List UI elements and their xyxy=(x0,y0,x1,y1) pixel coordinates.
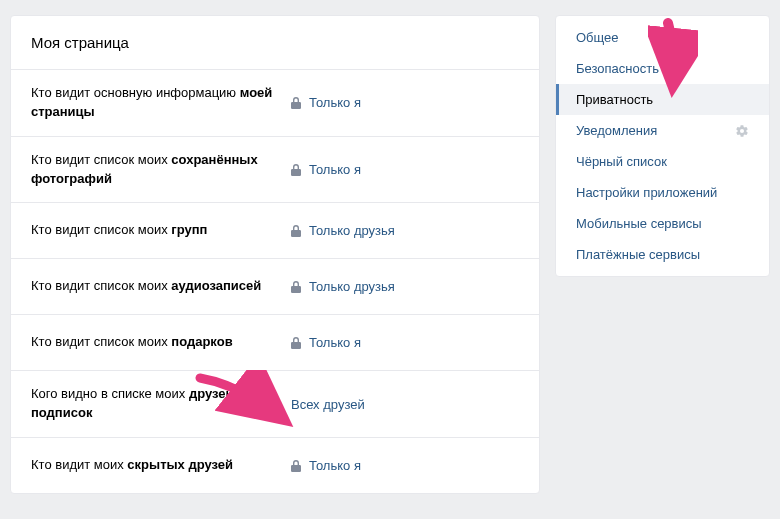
sidebar-item[interactable]: Настройки приложений xyxy=(556,177,769,208)
sidebar-item[interactable]: Безопасность xyxy=(556,53,769,84)
sidebar-item-label: Чёрный список xyxy=(576,154,667,169)
sidebar-item-label: Безопасность xyxy=(576,61,659,76)
lock-icon xyxy=(291,164,301,176)
setting-value-dropdown[interactable]: Только я xyxy=(291,458,361,473)
setting-row: Кто видит основную информацию моей стран… xyxy=(11,69,539,136)
setting-label: Кто видит основную информацию моей стран… xyxy=(31,84,291,122)
settings-list: Кто видит основную информацию моей стран… xyxy=(11,69,539,493)
setting-row: Кто видит список моих аудиозаписейТолько… xyxy=(11,258,539,314)
setting-row: Кто видит список моих группТолько друзья xyxy=(11,202,539,258)
setting-value-dropdown[interactable]: Только я xyxy=(291,95,361,110)
setting-value-dropdown[interactable]: Только я xyxy=(291,335,361,350)
setting-row: Кого видно в списке моих друзей и подпис… xyxy=(11,370,539,437)
gear-icon xyxy=(735,124,749,138)
setting-label: Кто видит список моих аудиозаписей xyxy=(31,277,291,296)
sidebar-item[interactable]: Мобильные сервисы xyxy=(556,208,769,239)
setting-label: Кто видит моих скрытых друзей xyxy=(31,456,291,475)
setting-value-dropdown[interactable]: Только я xyxy=(291,162,361,177)
setting-row: Кто видит список моих сохранённых фотогр… xyxy=(11,136,539,203)
sidebar-item-label: Приватность xyxy=(576,92,653,107)
sidebar-item[interactable]: Чёрный список xyxy=(556,146,769,177)
page-title: Моя страница xyxy=(11,16,539,69)
setting-label: Кого видно в списке моих друзей и подпис… xyxy=(31,385,291,423)
sidebar-item-label: Общее xyxy=(576,30,619,45)
setting-label: Кто видит список моих групп xyxy=(31,221,291,240)
sidebar-item-label: Платёжные сервисы xyxy=(576,247,700,262)
sidebar-item[interactable]: Общее xyxy=(556,22,769,53)
setting-row: Кто видит моих скрытых друзейТолько я xyxy=(11,437,539,493)
setting-label: Кто видит список моих подарков xyxy=(31,333,291,352)
lock-icon xyxy=(291,225,301,237)
settings-sidebar: ОбщееБезопасностьПриватностьУведомленияЧ… xyxy=(555,15,770,277)
sidebar-item[interactable]: Уведомления xyxy=(556,115,769,146)
sidebar-item-label: Мобильные сервисы xyxy=(576,216,702,231)
sidebar-item-label: Настройки приложений xyxy=(576,185,717,200)
setting-value-dropdown[interactable]: Только друзья xyxy=(291,279,395,294)
lock-icon xyxy=(291,460,301,472)
setting-value-dropdown[interactable]: Только друзья xyxy=(291,223,395,238)
setting-label: Кто видит список моих сохранённых фотогр… xyxy=(31,151,291,189)
setting-value-dropdown[interactable]: Всех друзей xyxy=(291,397,365,412)
lock-icon xyxy=(291,337,301,349)
sidebar-item-label: Уведомления xyxy=(576,123,657,138)
lock-icon xyxy=(291,281,301,293)
lock-icon xyxy=(291,97,301,109)
sidebar-item[interactable]: Платёжные сервисы xyxy=(556,239,769,270)
privacy-settings-panel: Моя страница Кто видит основную информац… xyxy=(10,15,540,494)
sidebar-item[interactable]: Приватность xyxy=(556,84,769,115)
setting-row: Кто видит список моих подарковТолько я xyxy=(11,314,539,370)
